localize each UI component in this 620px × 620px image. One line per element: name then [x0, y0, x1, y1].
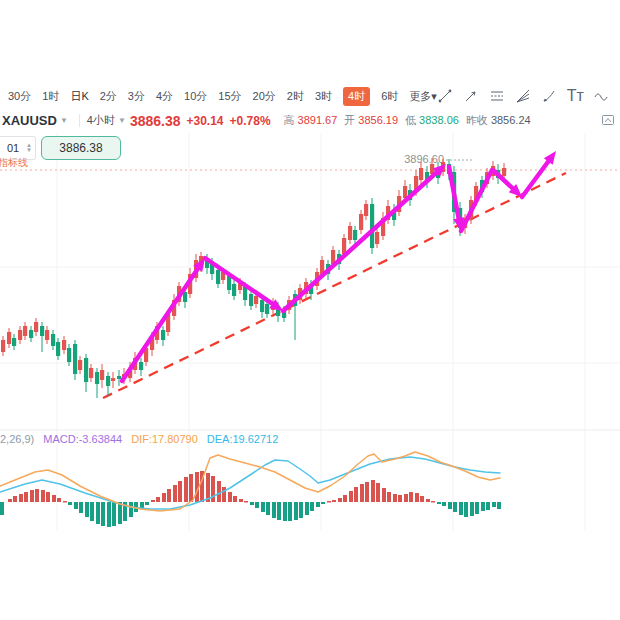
price-change: +30.14	[186, 114, 223, 128]
price-tag-box[interactable]: 3886.38	[41, 136, 121, 160]
trendline-annotation[interactable]	[103, 173, 566, 398]
timeframe-button-2时[interactable]: 2时	[287, 89, 304, 104]
timeframe-list: 30分1时日K2分3分4分10分15分20分2时3时4时6时更多▾	[0, 87, 437, 106]
last-price: 3886.38	[130, 113, 181, 129]
macd-value: MACD:-3.63844	[43, 433, 122, 445]
gann-fan-icon[interactable]	[515, 88, 532, 105]
prev-close-label: 昨收3856.24	[466, 113, 531, 128]
indicator-line-label: 指标线	[0, 156, 28, 170]
timeframe-button-20分[interactable]: 20分	[253, 89, 276, 104]
timeframe-button-4时[interactable]: 4时	[343, 87, 370, 106]
drawing-tools: Tт	[437, 88, 620, 105]
interval-dropdown-caret-icon[interactable]: ▼	[118, 116, 126, 125]
high-price-marker: 3896.60	[404, 153, 474, 165]
panel-expand-icon[interactable]	[601, 113, 615, 129]
timeframe-button-3时[interactable]: 3时	[315, 89, 332, 104]
macd-params: 2,26,9)	[0, 433, 34, 445]
dea-value: DEA:19.62712	[207, 433, 279, 445]
low-value: 3838.06	[419, 114, 459, 126]
price-change-pct: +0.78%	[230, 114, 271, 128]
symbol-info-bar: XAUUSD ▼ 4小时 ▼ 3886.38 +30.14 +0.78% 高38…	[0, 108, 620, 133]
pen-icon[interactable]	[541, 88, 558, 105]
trend-arrow-icon[interactable]	[463, 88, 480, 105]
stepper-arrows-icon[interactable]: ▲▼	[26, 143, 35, 153]
timeframe-button-6时[interactable]: 6时	[381, 89, 398, 104]
trendline-icon[interactable]	[437, 88, 454, 105]
open-value: 3856.19	[358, 114, 398, 126]
timeframe-button-1时[interactable]: 1时	[42, 89, 59, 104]
dif-value: DIF:17.80790	[131, 433, 198, 445]
open-label: 开3856.19	[344, 113, 398, 128]
timeframe-button-3分[interactable]: 3分	[128, 89, 145, 104]
timeframe-button-日K[interactable]: 日K	[70, 89, 88, 104]
symbol-name[interactable]: XAUUSD	[2, 113, 57, 128]
divider	[79, 114, 80, 127]
macd-label-row: 2,26,9) MACD:-3.63844 DIF:17.80790 DEA:1…	[0, 431, 278, 447]
low-label: 低3838.06	[405, 113, 459, 128]
timeframe-button-15分[interactable]: 15分	[218, 89, 241, 104]
interval-label[interactable]: 4小时	[87, 113, 115, 128]
high-value: 3891.67	[298, 114, 338, 126]
text-tool-icon[interactable]: Tт	[567, 88, 584, 105]
trading-app: 30分1时日K2分3分4分10分15分20分2时3时4时6时更多▾ Tт XAU…	[0, 0, 620, 620]
symbol-dropdown-caret-icon[interactable]: ▼	[60, 116, 68, 125]
candlestick-series	[1, 158, 506, 398]
stepper-value: 01	[0, 142, 26, 154]
high-label: 高3891.67	[284, 113, 338, 128]
price-tag-value: 3886.38	[59, 141, 102, 155]
timeframe-button-10分[interactable]: 10分	[184, 89, 207, 104]
timeframe-button-30分[interactable]: 30分	[8, 89, 31, 104]
timeframe-button-2分[interactable]: 2分	[100, 89, 117, 104]
prev-close-value: 3856.24	[491, 114, 531, 126]
timeframe-button-4分[interactable]: 4分	[156, 89, 173, 104]
macd-histogram	[0, 471, 501, 527]
timeframe-more-button[interactable]: 更多▾	[409, 89, 437, 104]
main-chart-canvas[interactable]: 3896.60	[0, 133, 620, 531]
fib-lines-icon[interactable]	[489, 88, 506, 105]
wave-icon[interactable]	[593, 88, 610, 105]
timeframe-toolbar: 30分1时日K2分3分4分10分15分20分2时3时4时6时更多▾ Tт	[0, 84, 620, 109]
